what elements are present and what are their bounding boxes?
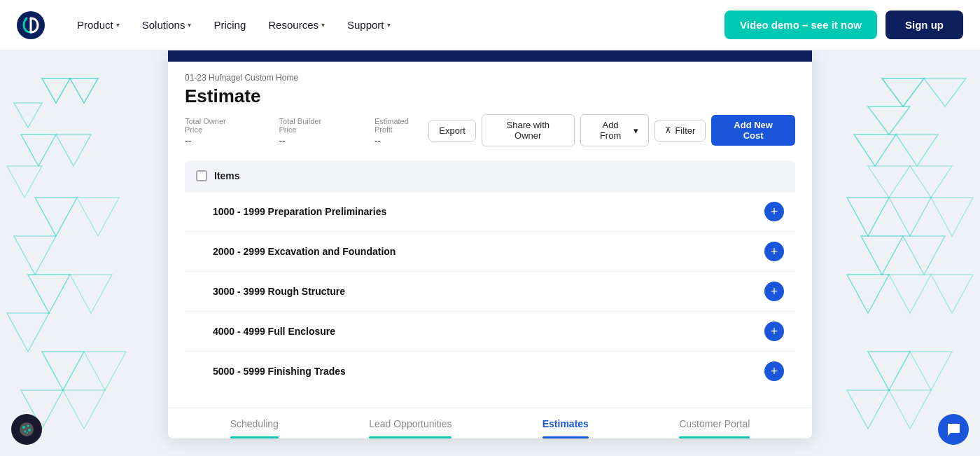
items-section: Items 1000 - 1999 Preparation Preliminar…: [185, 160, 795, 391]
tab-estimates[interactable]: Estimates: [528, 408, 603, 438]
svg-marker-30: [889, 275, 931, 313]
svg-marker-16: [63, 390, 105, 429]
svg-marker-8: [77, 198, 119, 236]
estimated-profit-val: --: [374, 135, 428, 146]
bottom-tabs: Scheduling Lead Opportunities Estimates …: [168, 408, 812, 438]
filter-icon: ⊼: [665, 125, 671, 135]
total-builder-price-col: Total Builder Price --: [279, 117, 341, 146]
navbar: Product ▾ Solutions ▾ Pricing Resources …: [0, 0, 980, 50]
total-builder-price-label: Total Builder Price: [279, 117, 341, 134]
tab-scheduling[interactable]: Scheduling: [216, 408, 293, 438]
content-area: 01-23 Hufnagel Custom Home Estimate Tota…: [0, 50, 980, 456]
items-label: Items: [214, 170, 240, 181]
svg-marker-31: [931, 275, 973, 313]
chevron-down-icon: ▾: [387, 21, 391, 29]
svg-point-38: [27, 425, 29, 427]
tab-lead-opportunities[interactable]: Lead Opportunities: [355, 408, 465, 438]
add-new-cost-button[interactable]: Add New Cost: [711, 115, 795, 146]
table-row: 5000 - 5999 Finishing Trades +: [185, 351, 795, 391]
chevron-down-icon: ▾: [634, 125, 638, 136]
items-header: Items: [185, 160, 795, 191]
svg-marker-20: [854, 134, 896, 166]
signup-button[interactable]: Sign up: [886, 11, 963, 39]
export-button[interactable]: Export: [428, 120, 476, 141]
item-name: 5000 - 5999 Finishing Trades: [213, 366, 346, 377]
estimated-profit-col: Estimated Profit --: [374, 117, 428, 146]
svg-marker-23: [910, 166, 952, 198]
table-row: 3000 - 3999 Rough Structure +: [185, 271, 795, 311]
item-add-button[interactable]: +: [764, 242, 784, 261]
nav-product[interactable]: Product ▾: [67, 13, 130, 36]
tab-underline: [679, 436, 750, 438]
svg-marker-22: [868, 166, 910, 198]
svg-marker-21: [896, 134, 938, 166]
svg-marker-28: [903, 236, 945, 275]
filter-button[interactable]: ⊼ Filter: [654, 120, 706, 141]
item-add-button[interactable]: +: [764, 361, 784, 381]
tab-label: Customer Portal: [679, 418, 750, 429]
svg-point-36: [20, 422, 34, 436]
nav-solutions[interactable]: Solutions ▾: [132, 13, 202, 36]
item-name: 1000 - 1999 Preparation Preliminaries: [213, 206, 386, 217]
svg-marker-3: [14, 103, 42, 127]
app-window: 01-23 Hufnagel Custom Home Estimate Tota…: [168, 50, 812, 438]
cookie-consent-button[interactable]: [11, 414, 42, 445]
meta-columns: Total Owner Price -- Total Builder Price…: [185, 117, 428, 146]
video-demo-button[interactable]: Video demo – see it now: [724, 11, 877, 39]
svg-marker-7: [35, 198, 77, 236]
estimate-meta: Total Owner Price -- Total Builder Price…: [185, 114, 795, 146]
svg-marker-4: [21, 134, 56, 166]
item-add-button[interactable]: +: [764, 322, 784, 341]
tab-customer-portal[interactable]: Customer Portal: [665, 408, 764, 438]
svg-marker-13: [42, 352, 84, 390]
item-name: 4000 - 4999 Full Enclosure: [213, 326, 335, 337]
item-add-button[interactable]: +: [764, 202, 784, 221]
table-row: 1000 - 1999 Preparation Preliminaries +: [185, 191, 795, 231]
svg-point-40: [24, 431, 27, 433]
nav-links: Product ▾ Solutions ▾ Pricing Resources …: [67, 13, 724, 36]
total-owner-price-val: --: [185, 135, 246, 146]
svg-marker-34: [847, 390, 889, 429]
tab-underline: [542, 436, 589, 438]
nav-support[interactable]: Support ▾: [337, 13, 400, 36]
chevron-down-icon: ▾: [188, 21, 191, 29]
chevron-down-icon: ▾: [116, 21, 120, 29]
total-owner-price-label: Total Owner Price: [185, 117, 246, 134]
table-row: 4000 - 4999 Full Enclosure +: [185, 311, 795, 351]
tab-underline: [230, 436, 279, 438]
svg-marker-19: [868, 106, 910, 134]
table-row: 2000 - 2999 Excavation and Foundation +: [185, 231, 795, 271]
svg-marker-24: [847, 198, 889, 236]
nav-pricing[interactable]: Pricing: [204, 13, 255, 36]
svg-marker-9: [14, 236, 56, 275]
estimated-profit-label: Estimated Profit: [374, 117, 428, 134]
chat-button[interactable]: [938, 414, 969, 445]
tab-underline: [369, 436, 451, 438]
svg-marker-18: [924, 78, 966, 106]
breadcrumb: 01-23 Hufnagel Custom Home: [185, 73, 795, 83]
svg-marker-35: [889, 390, 931, 429]
action-buttons: Export Share with Owner Add From ▾ ⊼ Fil…: [428, 114, 795, 146]
total-owner-price-col: Total Owner Price --: [185, 117, 246, 146]
svg-marker-11: [70, 275, 112, 313]
svg-marker-29: [847, 275, 889, 313]
nav-cta-group: Video demo – see it now Sign up: [724, 11, 963, 39]
svg-marker-25: [889, 198, 931, 236]
add-from-button[interactable]: Add From ▾: [580, 114, 650, 146]
app-header-bar: [168, 50, 812, 62]
svg-marker-32: [868, 352, 910, 390]
svg-marker-33: [910, 352, 952, 390]
item-add-button[interactable]: +: [764, 282, 784, 301]
items-select-all-checkbox[interactable]: [196, 170, 207, 181]
svg-marker-2: [70, 78, 98, 103]
chevron-down-icon: ▾: [321, 21, 325, 29]
tab-label: Scheduling: [230, 418, 279, 429]
share-with-owner-button[interactable]: Share with Owner: [482, 114, 575, 146]
item-name: 2000 - 2999 Excavation and Foundation: [213, 246, 396, 257]
total-builder-price-val: --: [279, 135, 341, 146]
tab-label: Estimates: [542, 418, 589, 429]
nav-resources[interactable]: Resources ▾: [258, 13, 335, 36]
svg-marker-14: [84, 352, 126, 390]
svg-point-41: [27, 432, 28, 434]
logo[interactable]: [17, 11, 45, 39]
